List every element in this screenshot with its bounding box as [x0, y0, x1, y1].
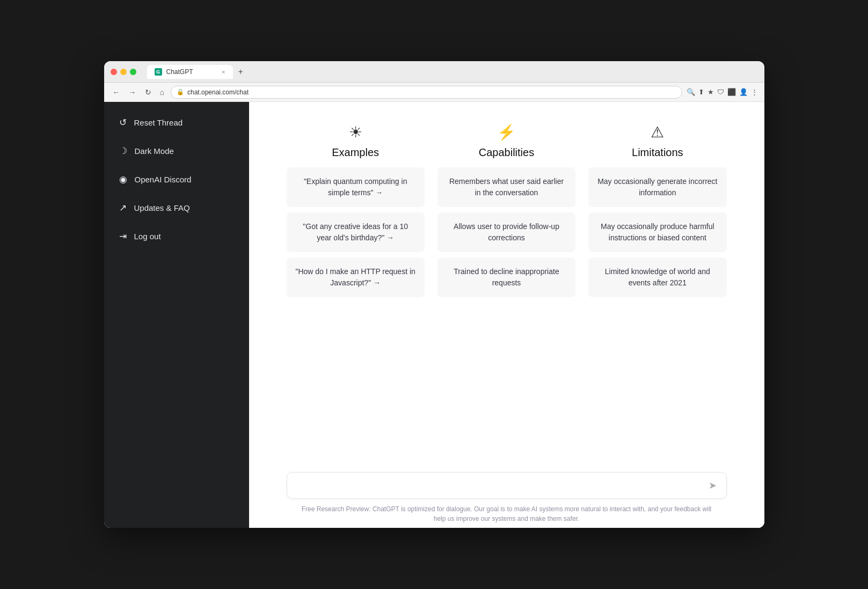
browser-titlebar: G ChatGPT × +: [104, 61, 764, 83]
capabilities-cards: Remembers what user said earlier in the …: [437, 167, 575, 297]
sidebar-label-updates: Updates & FAQ: [134, 203, 190, 212]
sidebar-item-updates[interactable]: ↗ Updates & FAQ: [108, 195, 245, 221]
sidebar-item-reset-thread[interactable]: ↺ Reset Thread: [108, 109, 245, 136]
input-area: ➤ Free Research Preview: ChatGPT is opti…: [249, 463, 764, 528]
tab-title: ChatGPT: [166, 68, 193, 76]
chat-input[interactable]: [295, 479, 706, 492]
tab-close-icon[interactable]: ×: [222, 69, 225, 75]
traffic-lights: [111, 69, 136, 75]
examples-cards: "Explain quantum computing in simple ter…: [287, 167, 425, 297]
shield-icon[interactable]: 🛡: [717, 88, 724, 96]
example-card-1[interactable]: "Explain quantum computing in simple ter…: [287, 167, 425, 207]
app-container: ↺ Reset Thread ☽ Dark Mode ◉ OpenAI Disc…: [104, 102, 764, 528]
limitation-card-3: Limited knowledge of world and events af…: [588, 257, 726, 297]
refresh-button[interactable]: ↻: [143, 87, 154, 98]
profile-icon[interactable]: 👤: [739, 88, 748, 96]
bookmark-icon[interactable]: ★: [707, 88, 714, 96]
toolbar-actions: 🔍 ⬆ ★ 🛡 ⬛ 👤 ⋮: [687, 88, 758, 96]
limitations-cards: May occasionally generate incorrect info…: [588, 167, 726, 297]
examples-column: ☀ Examples "Explain quantum computing in…: [287, 123, 425, 297]
limitation-card-2: May occasionally produce harmful instruc…: [588, 212, 726, 252]
limitations-column: ⚠ Limitations May occasionally generate …: [588, 123, 726, 297]
discord-icon: ◉: [119, 174, 127, 185]
chat-area: ☀ Examples "Explain quantum computing in…: [249, 102, 764, 463]
sidebar-label-discord: OpenAI Discord: [135, 175, 192, 184]
send-button[interactable]: ➤: [706, 480, 719, 491]
tab-favicon: G: [155, 68, 162, 76]
browser-toolbar: ← → ↻ ⌂ 🔒 chat.openai.com/chat 🔍 ⬆ ★ 🛡 ⬛…: [104, 83, 764, 102]
tab-bar: G ChatGPT × +: [147, 65, 758, 79]
logout-icon: ⇥: [119, 231, 127, 242]
extensions-icon[interactable]: ⬛: [727, 88, 736, 96]
reset-icon: ↺: [119, 117, 127, 128]
browser-window: G ChatGPT × + ← → ↻ ⌂ 🔒 chat.openai.com/…: [104, 61, 764, 528]
new-tab-button[interactable]: +: [235, 66, 246, 78]
capability-card-3: Trained to decline inappropriate request…: [437, 257, 575, 297]
example-card-3[interactable]: "How do I make an HTTP request in Javasc…: [287, 257, 425, 297]
close-button[interactable]: [111, 69, 117, 75]
external-link-icon: ↗: [119, 202, 127, 213]
limitation-card-1: May occasionally generate incorrect info…: [588, 167, 726, 207]
home-button[interactable]: ⌂: [158, 87, 166, 98]
share-icon[interactable]: ⬆: [698, 88, 704, 96]
capability-card-1: Remembers what user said earlier in the …: [437, 167, 575, 207]
moon-icon: ☽: [119, 145, 127, 157]
main-content: ☀ Examples "Explain quantum computing in…: [249, 102, 764, 528]
capabilities-column: ⚡ Capabilities Remembers what user said …: [437, 123, 575, 297]
input-wrapper: ➤: [287, 472, 727, 499]
capabilities-header: ⚡ Capabilities: [437, 123, 575, 159]
examples-header: ☀ Examples: [287, 123, 425, 159]
active-tab[interactable]: G ChatGPT ×: [147, 65, 233, 79]
capabilities-title: Capabilities: [437, 146, 575, 159]
url-text: chat.openai.com/chat: [187, 89, 249, 96]
warning-icon: ⚠: [588, 123, 726, 141]
lightning-icon: ⚡: [437, 123, 575, 141]
sidebar-label-reset: Reset Thread: [134, 118, 183, 127]
example-card-2[interactable]: "Got any creative ideas for a 10 year ol…: [287, 212, 425, 252]
welcome-grid: ☀ Examples "Explain quantum computing in…: [287, 123, 727, 297]
capability-card-2: Allows user to provide follow-up correct…: [437, 212, 575, 252]
sidebar-label-dark-mode: Dark Mode: [135, 146, 174, 156]
minimize-button[interactable]: [120, 69, 127, 75]
lock-icon: 🔒: [177, 89, 184, 95]
forward-button[interactable]: →: [127, 87, 138, 98]
examples-title: Examples: [287, 146, 425, 159]
back-button[interactable]: ←: [111, 87, 122, 98]
sidebar-item-dark-mode[interactable]: ☽ Dark Mode: [108, 138, 245, 164]
sidebar: ↺ Reset Thread ☽ Dark Mode ◉ OpenAI Disc…: [104, 102, 249, 528]
sidebar-item-logout[interactable]: ⇥ Log out: [108, 223, 245, 249]
sidebar-label-logout: Log out: [134, 232, 161, 241]
maximize-button[interactable]: [130, 69, 136, 75]
sidebar-item-discord[interactable]: ◉ OpenAI Discord: [108, 166, 245, 193]
sun-icon: ☀: [287, 123, 425, 141]
limitations-title: Limitations: [588, 146, 726, 159]
footer-text: Free Research Preview: ChatGPT is optimi…: [297, 504, 716, 524]
search-icon[interactable]: 🔍: [687, 88, 695, 96]
address-bar[interactable]: 🔒 chat.openai.com/chat: [171, 86, 682, 99]
limitations-header: ⚠ Limitations: [588, 123, 726, 159]
menu-icon[interactable]: ⋮: [751, 88, 758, 96]
